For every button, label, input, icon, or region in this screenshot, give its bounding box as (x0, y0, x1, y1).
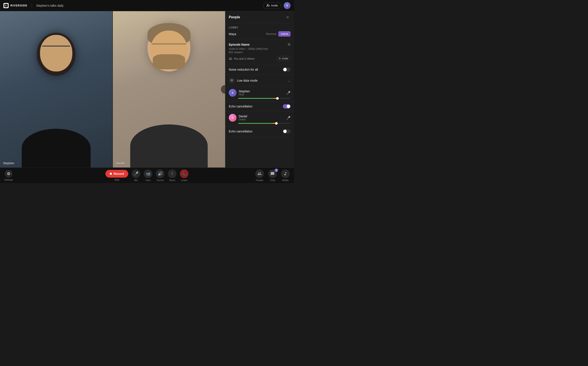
record-dot (110, 173, 112, 175)
share-button[interactable]: ↑ Share (168, 169, 176, 182)
close-icon: ✕ (286, 15, 289, 19)
low-data-icon (229, 77, 235, 84)
svg-point-1 (267, 4, 268, 5)
cam-icon: 📹 (144, 169, 152, 178)
noise-reduction-toggle[interactable] (283, 67, 291, 72)
main-area: Stephen (0, 11, 294, 168)
stephen-slider-row (229, 98, 291, 99)
low-data-label: Low data mode (237, 79, 258, 82)
invite-small-label: Invite (282, 57, 288, 60)
daniel-avatar: D (229, 114, 237, 122)
echo-cancellation-daniel-label: Echo cancellation (229, 130, 252, 133)
session-title: Stephen's talks daily (36, 4, 63, 7)
echo-cancellation-stephen-label: Echo cancellation (229, 105, 252, 108)
wifi-icon (230, 79, 234, 82)
sound-button[interactable]: 🔊 Sound (156, 169, 165, 182)
daniel-volume-thumb (275, 122, 278, 125)
echo-cancellation-stephen-section: Echo cancellation (225, 102, 294, 111)
video-bg-left (0, 11, 112, 168)
invite-small-button[interactable]: Invite (276, 56, 291, 61)
daniel-participant-row: D Daniel Guest 🎤 (229, 114, 291, 122)
bottom-bar: ⚙ Settings Record Start 🎤 Mic 📹 Cam 🔊 So… (0, 168, 294, 183)
people-label: People (256, 179, 263, 182)
daniel-role: Guest (239, 118, 284, 121)
stephen-participant-section: S Stephen Host 🎤 (225, 86, 294, 102)
mic-button[interactable]: 🎤 Mic (132, 169, 140, 182)
daniel-info: Daniel Guest (239, 114, 284, 121)
settings-button[interactable]: ⚙ Settings (4, 170, 13, 181)
topbar: RIVERSIDE Stephen's talks daily Invite S (0, 0, 294, 11)
episode-header: Episode Name ⚙ (229, 42, 291, 46)
chevron-down-icon: ⌄ (288, 79, 291, 83)
daniel-slider-row (229, 123, 291, 124)
stephen-name: Stephen (239, 90, 284, 93)
episode-name: Episode Name (229, 43, 249, 46)
settings-gear-icon[interactable]: ⚙ (287, 42, 291, 46)
topbar-right: Invite S (263, 2, 291, 9)
echo-cancellation-daniel-section: Echo cancellation (225, 127, 294, 136)
daniel-volume-track[interactable] (238, 123, 291, 124)
bottom-right-controls: People 2 Chat Media (255, 169, 290, 182)
remove-button[interactable]: Remove (266, 31, 276, 37)
invite-button[interactable]: Invite (263, 2, 281, 9)
media-button[interactable]: Media (281, 169, 290, 182)
settings-icon: ⚙ (5, 170, 13, 178)
user-avatar[interactable]: S (284, 2, 291, 9)
logo-area: RIVERSIDE Stephen's talks daily (3, 3, 63, 8)
lobby-label: Lobby (229, 26, 291, 29)
admit-button[interactable]: Admit (278, 31, 291, 37)
share-icon: ↑ (168, 169, 176, 178)
echo-cancellation-stephen-knob (287, 105, 290, 108)
you-and-others: You and 2 others (234, 57, 255, 60)
noise-reduction-label: Noise reduction for all (229, 68, 258, 71)
daniel-mic-icon[interactable]: 🎤 (286, 116, 291, 120)
chat-icon: 2 (268, 169, 277, 178)
noise-reduction-knob (283, 68, 287, 71)
record-section: Record Start (106, 170, 128, 181)
video-panel-daniel: Daniel (113, 11, 225, 168)
record-button-label: Record (114, 172, 124, 175)
daniel-video-label: Daniel (116, 161, 124, 165)
episode-viewers: 852 viewers (229, 51, 291, 54)
stephen-volume-track[interactable] (238, 98, 291, 99)
bottom-center-controls: Record Start 🎤 Mic 📹 Cam 🔊 Sound ↑ Share… (106, 169, 188, 182)
start-label: Start (114, 178, 119, 181)
mic-label: Mic (134, 179, 138, 182)
cam-button[interactable]: 📹 Cam (144, 169, 152, 182)
viewers-info: You and 2 others (229, 57, 255, 60)
cam-label: Cam (145, 179, 151, 182)
panel-header: People ✕ (225, 11, 294, 23)
viewers-row: You and 2 others Invite (229, 56, 291, 61)
stephen-mic-icon[interactable]: 🎤 (286, 91, 291, 95)
sound-label: Sound (157, 179, 164, 182)
invite-icon (279, 57, 281, 60)
low-data-section[interactable]: Low data mode ⌄ (225, 75, 294, 86)
media-label: Media (282, 179, 289, 182)
logo-text: RIVERSIDE (10, 4, 27, 7)
stephen-volume-thumb (276, 97, 279, 100)
echo-cancellation-daniel-toggle[interactable] (283, 129, 291, 133)
echo-cancellation-stephen-toggle[interactable] (283, 104, 291, 108)
stephen-info: Stephen Host (239, 90, 284, 96)
people-icon (255, 169, 264, 178)
people-button[interactable]: People (255, 169, 264, 182)
leave-button[interactable]: 📞 Leave (180, 169, 188, 182)
chat-button[interactable]: 2 Chat (268, 169, 277, 182)
stephen-avatar: S (229, 89, 237, 97)
episode-meta: Audio & Video – 1080p (480p live) (229, 47, 291, 50)
daniel-volume-green (238, 123, 272, 124)
noise-reduction-section: Noise reduction for all (225, 64, 294, 75)
record-button[interactable]: Record (106, 170, 128, 178)
stephen-participant-row: S Stephen Host 🎤 (229, 89, 291, 97)
svg-point-4 (279, 58, 280, 59)
right-panel: People ✕ Lobby Maya Remove Admit Episode… (225, 11, 294, 168)
chat-label: Chat (270, 179, 275, 182)
video-panel-stephen: Stephen (0, 11, 113, 168)
media-icon (281, 169, 290, 178)
leave-icon: 📞 (180, 169, 188, 178)
video-bg-right (113, 11, 225, 168)
avatar-initials: S (286, 4, 288, 7)
panel-close-button[interactable]: ✕ (285, 14, 291, 20)
stephen-volume-green (238, 98, 274, 99)
chat-badge: 2 (275, 168, 278, 172)
